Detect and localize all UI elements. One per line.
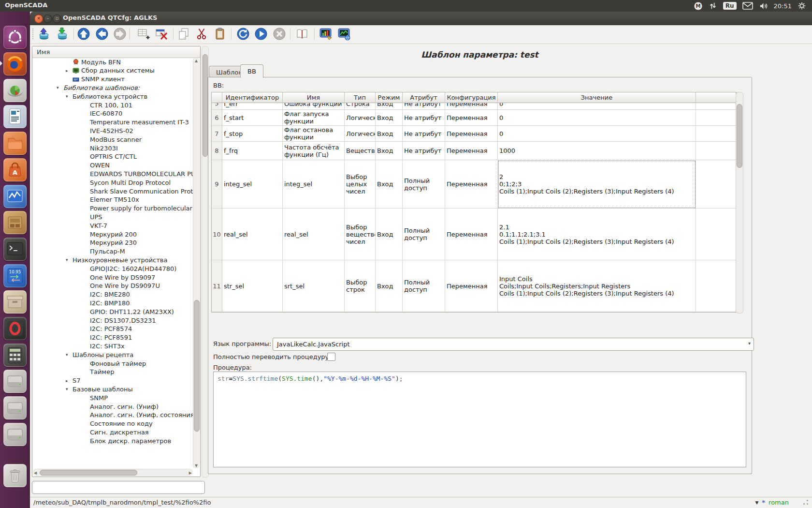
tree-item[interactable]: ▾Библиотека шаблонов: [32,83,193,92]
io-cell-name[interactable]: Ошибка функции [283,103,345,110]
hard-disk-2-launcher[interactable] [3,396,27,419]
tree-item[interactable]: I2C: PCF8574 [32,325,193,333]
expander-icon[interactable]: ▾ [66,257,72,262]
resize-grip[interactable] [807,503,808,505]
tree-item[interactable]: Sycon Multi Drop Protocol [32,178,193,187]
tree-vertical-scrollbar[interactable]: ▲ ▼ [193,58,200,468]
load-from-db-button[interactable] [36,26,51,42]
calculator-launcher[interactable] [3,344,27,367]
tree-item[interactable]: I2C: BMP180 [32,299,193,307]
io-cell-type[interactable]: Логический [345,110,376,126]
io-cell-value[interactable]: Input Coils Coils;Input Coils;Registers;… [498,260,696,312]
row-number[interactable]: 6 [212,110,222,126]
io-cell-id[interactable]: integ_sel [222,160,283,209]
tree-item[interactable]: ▾Шаблоны рецепта [32,350,193,359]
window-titlebar[interactable]: ✕ – ▫ OpenSCADA QTCfg: AGLKS [30,12,812,25]
tree-item[interactable]: IVE-452HS-02 [32,126,193,135]
io-cell-config[interactable]: Переменная [445,103,498,110]
libreoffice-writer-launcher[interactable] [3,105,27,128]
io-cell-config[interactable]: Переменная [445,209,498,260]
expander-icon[interactable]: ▾ [66,352,72,357]
table-vertical-scrollbar[interactable] [736,92,743,314]
io-cell-attribute[interactable]: Полный доступ [403,160,445,209]
io-cell-name[interactable]: Флаг останова функции [283,126,345,142]
tree-item[interactable]: Аналог. сигн. (Униф, состояния) [32,411,193,419]
current-user[interactable]: roman [768,499,789,506]
keyboard-layout-indicator[interactable]: Ru [723,2,737,10]
io-cell-mode[interactable]: Вход [376,160,403,209]
io-cell-mode[interactable]: Вход [376,126,403,142]
tree-item[interactable]: ▾Базовые шаблоны [32,385,193,393]
tree-item[interactable]: Модуль BFN [32,58,193,66]
maximize-button[interactable]: ▫ [53,15,61,23]
up-button[interactable] [76,26,91,42]
clock[interactable]: 20:51 [774,2,792,10]
tree-item[interactable]: I2C: DS1307,DS3231 [32,316,193,325]
tab-io[interactable]: ВВ [240,64,263,78]
io-cell-config[interactable]: Переменная [445,160,498,209]
cut-item-button[interactable] [194,26,209,42]
ubuntu-dash-launcher[interactable] [3,26,27,49]
io-cell-value[interactable]: 0 [498,110,696,126]
trash-launcher[interactable] [3,464,27,487]
ubuntu-software-launcher[interactable]: A [3,158,27,181]
unit-converter-launcher[interactable]: 10.95 [3,264,27,287]
io-cell-id[interactable]: str_sel [222,260,283,312]
io-cell-attribute[interactable]: Не атрибут [403,142,445,160]
io-cell-config[interactable]: Переменная [445,110,498,126]
disk-usage-analyzer-launcher[interactable] [3,79,27,102]
tree-item[interactable]: OPTRIS CT/CTL [32,152,193,161]
io-cell-config[interactable]: Переменная [445,142,498,160]
row-number[interactable]: 8 [212,142,222,160]
graph-web-button[interactable] [336,26,352,42]
expander-icon[interactable]: ▾ [57,85,63,90]
row-number[interactable]: 9 [212,160,222,209]
io-cell-config[interactable]: Переменная [445,260,498,312]
io-cell-type[interactable]: Выбор строк [345,260,376,312]
forward-button[interactable] [112,26,128,42]
io-cell-name[interactable]: srt_sel [283,260,345,312]
tree-item[interactable]: I2C: SHT3x [32,342,193,350]
stop-button[interactable] [272,26,287,42]
io-cell-value[interactable]: 1000 [498,142,696,160]
io-cell-id[interactable]: f_frq [222,142,283,160]
procedure-editor[interactable]: str=SYS.strftime(SYS.time(),"%Y-%m-%d-%H… [213,372,746,467]
tree-item[interactable]: Сигн. дискретная [32,428,193,436]
tree-horizontal-scrollbar[interactable]: ◀ ▶ [33,469,193,476]
io-cell-type[interactable]: Выбор вещественных чисел [345,209,376,260]
tree-item[interactable]: Temperature measurement IT-3 [32,118,193,127]
io-cell-config[interactable]: Переменная [445,126,498,142]
user-menu-arrow-icon[interactable]: ▼ [755,500,758,505]
row-number[interactable]: 5 [212,103,222,110]
expander-icon[interactable]: ▾ [66,94,72,99]
language-select[interactable]: JavaLikeCalc.JavaScript ▾ [273,338,754,351]
tree-item[interactable]: ▾Библиотека устройств [32,92,193,101]
tree-item[interactable]: ▾Низкоуровневые устройства [32,255,193,264]
workbench-launcher[interactable] [3,211,27,234]
io-cell-value[interactable]: 2.1 0.1;1.1;2.1;3.1 Coils (1);Input Coil… [498,209,696,260]
tree-item[interactable]: GPIO: DHT11,22 (AM23XX) [32,307,193,316]
tree-item[interactable]: IEC-60870 [32,109,193,118]
hard-disk-1-launcher[interactable] [3,370,27,393]
tree-item[interactable]: Таймер [32,368,193,376]
terminal-launcher[interactable] [3,238,27,261]
tree-item[interactable]: Меркурий 200 [32,230,193,239]
row-number[interactable]: 11 [212,260,222,312]
expander-icon[interactable]: ▾ [66,387,72,391]
io-cell-value[interactable]: 0 [498,103,696,110]
io-cell-mode[interactable]: Вход [376,110,403,126]
io-cell-mode[interactable]: Вход [376,260,403,312]
network-icon[interactable] [709,1,717,10]
close-button[interactable]: ✕ [34,15,43,23]
io-cell-attribute[interactable]: Не атрибут [403,103,445,110]
tree-item[interactable]: GPIO|I2C: 1602A(HD44780) [32,264,193,273]
io-cell-value[interactable]: 2 0;1;2;3 Coils (1);Input Coils (2);Regi… [498,160,696,209]
hard-disk-3-launcher[interactable] [3,423,27,446]
io-cell-attribute[interactable]: Полный доступ [403,209,445,260]
save-to-db-button[interactable] [54,26,70,42]
io-cell-id[interactable]: f_start [222,110,283,126]
tree-item[interactable]: Меркурий 230 [32,239,193,247]
archive-box-launcher[interactable] [3,290,27,314]
tree-item[interactable]: ModBus scanner [32,135,193,144]
back-button[interactable] [94,26,110,42]
